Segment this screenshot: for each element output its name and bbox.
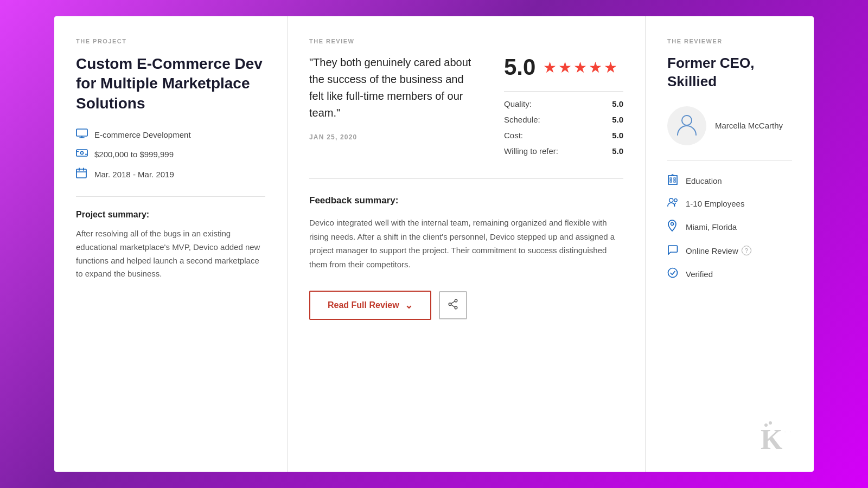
meta-category: E-commerce Development: [76, 129, 265, 141]
svg-text:K: K: [761, 424, 783, 453]
svg-point-25: [669, 198, 673, 202]
project-meta: E-commerce Development $200,000 to $999,…: [76, 129, 265, 181]
stars-container: ★ ★ ★ ★ ★: [543, 59, 617, 76]
svg-point-16: [682, 115, 692, 125]
calendar-icon: [76, 168, 88, 181]
reviewer-verified: Verified: [667, 267, 792, 281]
project-summary-label: Project summary:: [76, 210, 265, 220]
refer-value: 5.0: [612, 146, 623, 156]
reviewer-employees: 1-10 Employees: [667, 197, 792, 210]
project-divider: [76, 196, 265, 197]
star-3: ★: [573, 59, 587, 76]
svg-point-12: [449, 303, 451, 305]
svg-rect-21: [674, 181, 675, 182]
star-2: ★: [558, 59, 572, 76]
star-1: ★: [543, 59, 557, 76]
building-icon: [667, 174, 679, 188]
k-logo: K: [761, 421, 799, 459]
feedback-label: Feedback summary:: [309, 195, 623, 206]
svg-rect-17: [668, 176, 677, 184]
person-icon: [676, 113, 697, 138]
project-summary-text: After resolving all of the bugs in an ex…: [76, 227, 265, 281]
svg-line-15: [451, 305, 455, 307]
meta-dates: Mar. 2018 - Mar. 2019: [76, 168, 265, 181]
reviewer-section-label: THE REVIEWER: [667, 38, 792, 44]
monitor-icon: [76, 129, 88, 141]
review-quote: "They both genuinely cared about the suc…: [309, 54, 471, 141]
svg-rect-0: [76, 129, 87, 136]
reviewer-location: Miami, Florida: [667, 220, 792, 234]
help-icon[interactable]: ?: [742, 246, 751, 255]
read-full-review-button[interactable]: Read Full Review ⌄: [309, 291, 431, 320]
reviewer-meta: Education 1-10 Employees: [667, 174, 792, 281]
cost-value: 5.0: [612, 131, 623, 140]
avatar-row: Marcella McCarthy: [667, 106, 792, 145]
cost-label: Cost:: [504, 131, 523, 140]
reviewer-title: Former CEO, Skillied: [667, 54, 792, 91]
svg-rect-20: [670, 181, 672, 182]
verified-text: Verified: [686, 269, 713, 279]
review-top: "They both genuinely cared about the suc…: [309, 54, 623, 179]
svg-point-28: [668, 268, 678, 277]
svg-point-26: [674, 198, 677, 201]
feedback-section: Feedback summary: Devico integrated well…: [309, 179, 623, 320]
budget-icon: [76, 149, 88, 160]
score-main: 5.0 ★ ★ ★ ★ ★: [504, 54, 623, 80]
industry-text: Education: [686, 176, 722, 185]
review-scores: 5.0 ★ ★ ★ ★ ★ Quality: 5.0 Schedule:: [504, 54, 623, 162]
star-5: ★: [604, 59, 617, 76]
avatar: [667, 106, 706, 145]
svg-point-11: [455, 299, 457, 302]
review-quote-text: "They both genuinely cared about the suc…: [309, 54, 471, 121]
score-refer: Willing to refer: 5.0: [504, 146, 623, 156]
svg-point-30: [764, 423, 768, 427]
dates-text: Mar. 2018 - Mar. 2019: [94, 170, 174, 179]
svg-point-27: [671, 222, 674, 225]
score-divider: [504, 91, 623, 92]
budget-text: $200,000 to $999,999: [94, 150, 174, 159]
svg-rect-19: [674, 178, 675, 179]
quality-value: 5.0: [612, 99, 623, 108]
employees-icon: [667, 197, 679, 210]
score-cost: Cost: 5.0: [504, 131, 623, 140]
schedule-value: 5.0: [612, 115, 623, 124]
svg-line-14: [451, 301, 455, 303]
svg-point-13: [455, 306, 457, 309]
reviewer-source: Online Review ?: [667, 244, 792, 258]
reviewer-column: THE REVIEWER Former CEO, Skillied Marcel…: [646, 16, 814, 472]
meta-budget: $200,000 to $999,999: [76, 149, 265, 160]
share-icon: [447, 298, 459, 313]
score-schedule: Schedule: 5.0: [504, 115, 623, 124]
location-icon: [667, 220, 679, 234]
read-review-label: Read Full Review: [328, 300, 399, 310]
svg-rect-18: [670, 178, 672, 179]
reviewer-divider: [667, 160, 792, 161]
star-4: ★: [589, 59, 602, 76]
employees-text: 1-10 Employees: [686, 199, 744, 208]
svg-rect-3: [76, 150, 87, 156]
reviewer-industry: Education: [667, 174, 792, 188]
source-text: Online Review: [686, 246, 738, 255]
score-number: 5.0: [504, 54, 535, 80]
schedule-label: Schedule:: [504, 115, 540, 124]
svg-point-4: [81, 152, 84, 155]
location-text: Miami, Florida: [686, 222, 737, 232]
svg-rect-7: [76, 169, 86, 178]
chevron-down-icon: ⌄: [405, 299, 413, 311]
review-section-label: THE REVIEW: [309, 38, 623, 44]
project-column: THE PROJECT Custom E-Commerce Dev for Mu…: [54, 16, 288, 472]
review-column: THE REVIEW "They both genuinely cared ab…: [288, 16, 646, 472]
project-title: Custom E-Commerce Dev for Multiple Marke…: [76, 54, 265, 113]
review-card: THE PROJECT Custom E-Commerce Dev for Mu…: [54, 16, 814, 472]
project-section-label: THE PROJECT: [76, 38, 265, 44]
svg-point-31: [769, 421, 772, 425]
quality-label: Quality:: [504, 99, 532, 108]
score-quality: Quality: 5.0: [504, 99, 623, 108]
review-date: JAN 25, 2020: [309, 133, 471, 141]
refer-label: Willing to refer:: [504, 146, 558, 156]
share-button[interactable]: [439, 291, 467, 319]
chat-icon: [667, 244, 679, 258]
online-review-row: Online Review ?: [686, 246, 751, 255]
reviewer-name: Marcella McCarthy: [715, 121, 783, 130]
category-text: E-commerce Development: [94, 130, 191, 139]
